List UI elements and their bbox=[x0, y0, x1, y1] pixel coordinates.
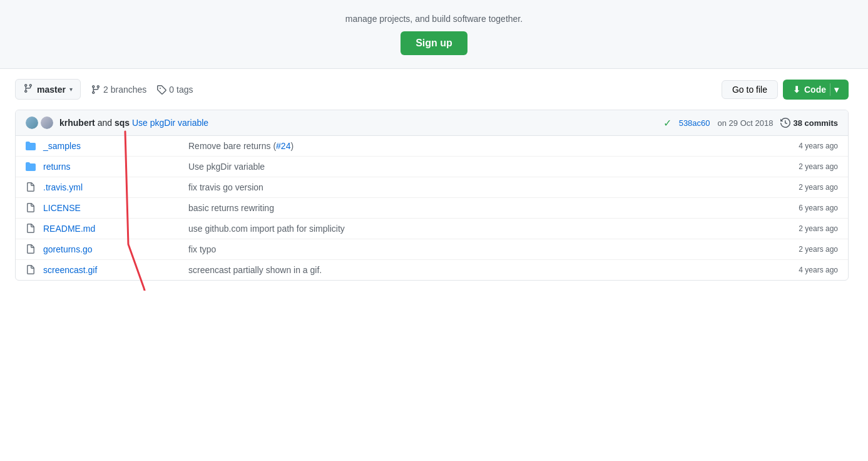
table-row: LICENSEbasic returns rewriting6 years ag… bbox=[16, 198, 848, 219]
file-time: 4 years ago bbox=[782, 142, 838, 150]
tags-link[interactable]: 0 tags bbox=[156, 85, 193, 95]
commit-count[interactable]: 38 commits bbox=[780, 118, 838, 128]
commit-info: krhubert and sqs Use pkgDir variable bbox=[59, 118, 208, 128]
file-rows-container: _samplesRemove bare returns (#24)4 years… bbox=[16, 136, 848, 280]
file-name[interactable]: README.md bbox=[43, 224, 181, 234]
table-row: .travis.ymlfix travis go version2 years … bbox=[16, 177, 848, 198]
code-btn-divider bbox=[830, 83, 830, 96]
commit-header-right: ✓ 538ac60 on 29 Oct 2018 38 commits bbox=[663, 117, 838, 129]
commit-author2[interactable]: sqs bbox=[115, 118, 130, 128]
avatar-krhubert bbox=[26, 117, 38, 129]
commit-header: krhubert and sqs Use pkgDir variable ✓ 5… bbox=[16, 110, 848, 136]
branches-label: branches bbox=[111, 85, 147, 95]
goto-file-button[interactable]: Go to file bbox=[722, 80, 778, 99]
branches-count: 2 bbox=[103, 85, 108, 95]
table-row: returnsUse pkgDir variable2 years ago bbox=[16, 157, 848, 177]
commit-header-left: krhubert and sqs Use pkgDir variable bbox=[26, 117, 208, 129]
branch-bar: master ▾ 2 branches 0 tags bbox=[15, 79, 849, 100]
file-message: fix typo bbox=[188, 244, 774, 254]
commit-link[interactable]: #24 bbox=[276, 141, 290, 151]
repo-area: master ▾ 2 branches 0 tags bbox=[0, 69, 864, 291]
file-icon bbox=[26, 244, 36, 254]
file-message: Use pkgDir variable bbox=[188, 162, 774, 172]
tags-label: tags bbox=[176, 85, 193, 95]
file-message: Remove bare returns (#24) bbox=[188, 141, 774, 151]
tags-count: 0 bbox=[169, 85, 174, 95]
file-message: basic returns rewriting bbox=[188, 203, 774, 213]
file-icon bbox=[26, 265, 36, 275]
file-name[interactable]: LICENSE bbox=[43, 203, 181, 213]
file-name[interactable]: _samples bbox=[43, 141, 181, 151]
file-time: 6 years ago bbox=[782, 204, 838, 212]
file-icon bbox=[26, 182, 36, 192]
commit-date: on 29 Oct 2018 bbox=[718, 118, 774, 128]
avatar-group bbox=[26, 117, 53, 129]
file-name[interactable]: goreturns.go bbox=[43, 244, 181, 254]
table-row: goreturns.gofix typo2 years ago bbox=[16, 239, 848, 260]
branch-bar-left: master ▾ 2 branches 0 tags bbox=[15, 79, 193, 100]
code-chevron-icon: ▾ bbox=[834, 85, 839, 95]
file-time: 2 years ago bbox=[782, 245, 838, 254]
file-message: fix travis go version bbox=[188, 182, 774, 192]
avatar-sqs bbox=[41, 117, 53, 129]
table-row: _samplesRemove bare returns (#24)4 years… bbox=[16, 136, 848, 157]
table-row: README.mduse github.com import path for … bbox=[16, 219, 848, 239]
signup-button[interactable]: Sign up bbox=[401, 31, 467, 55]
commit-hash[interactable]: 538ac60 bbox=[679, 118, 710, 128]
branch-name: master bbox=[37, 85, 66, 95]
commit-message[interactable]: Use pkgDir variable bbox=[132, 118, 208, 128]
file-icon bbox=[26, 224, 36, 234]
meta-links: 2 branches 0 tags bbox=[91, 85, 193, 95]
branch-selector[interactable]: master ▾ bbox=[15, 79, 81, 100]
banner-text: manage projects, and build software toge… bbox=[345, 14, 523, 24]
file-time: 2 years ago bbox=[782, 162, 838, 171]
file-name[interactable]: .travis.yml bbox=[43, 182, 181, 192]
commits-count-text: 38 commits bbox=[793, 118, 838, 128]
file-message: use github.com import path for simplicit… bbox=[188, 224, 774, 234]
file-name[interactable]: returns bbox=[43, 162, 181, 172]
code-button[interactable]: ⬇ Code ▾ bbox=[783, 80, 849, 100]
file-time: 2 years ago bbox=[782, 183, 838, 192]
folder-icon bbox=[26, 141, 36, 151]
download-icon: ⬇ bbox=[793, 85, 800, 95]
file-name[interactable]: screencast.gif bbox=[43, 265, 181, 275]
file-table: krhubert and sqs Use pkgDir variable ✓ 5… bbox=[15, 110, 849, 281]
top-banner: manage projects, and build software toge… bbox=[0, 0, 868, 69]
branch-bar-right: Go to file ⬇ Code ▾ bbox=[722, 80, 849, 100]
branch-icon bbox=[23, 83, 33, 95]
file-time: 2 years ago bbox=[782, 224, 838, 233]
file-message: screencast partially shown in a gif. bbox=[188, 265, 774, 275]
branches-link[interactable]: 2 branches bbox=[91, 85, 146, 95]
commit-author1[interactable]: krhubert bbox=[59, 118, 95, 128]
code-label: Code bbox=[804, 85, 826, 95]
table-row: screencast.gifscreencast partially shown… bbox=[16, 260, 848, 280]
file-time: 4 years ago bbox=[782, 266, 838, 274]
chevron-down-icon: ▾ bbox=[69, 86, 73, 93]
commit-check-icon: ✓ bbox=[663, 117, 671, 129]
folder-icon bbox=[26, 162, 36, 172]
file-icon bbox=[26, 203, 36, 213]
